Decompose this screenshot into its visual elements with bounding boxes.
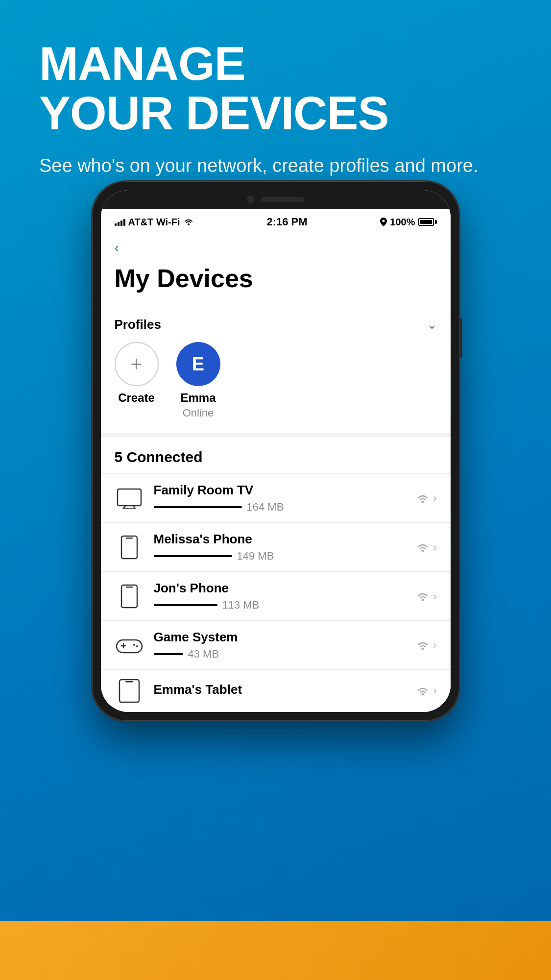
app-content: ‹ My Devices Profiles ⌄ + Create (101, 232, 451, 712)
wifi-icon (416, 542, 429, 552)
status-time: 2:16 PM (266, 216, 307, 228)
chevron-up-icon[interactable]: ⌄ (427, 318, 437, 332)
carrier-label: AT&T Wi-Fi (128, 217, 180, 228)
connected-label: 5 Connected (115, 449, 203, 465)
device-emmas-tablet[interactable]: Emma's Tablet › (101, 669, 451, 712)
family-room-tv-info: Family Room TV 164 MB (154, 483, 407, 514)
main-title: MANAGE YOUR DEVICES (39, 39, 512, 138)
melissas-phone-bar (154, 555, 232, 557)
profiles-label: Profiles (115, 317, 161, 332)
game-system-bar (154, 653, 183, 655)
svg-rect-11 (126, 587, 133, 588)
header-area: MANAGE YOUR DEVICES See who's on your ne… (0, 0, 551, 198)
chevron-right-icon: › (433, 639, 436, 652)
tv-icon (115, 486, 144, 511)
chevron-right-icon: › (433, 685, 436, 697)
back-button[interactable]: ‹ (101, 232, 451, 260)
svg-rect-20 (125, 681, 133, 683)
connected-section: 5 Connected (101, 437, 451, 712)
emmas-tablet-right: › (416, 685, 436, 697)
gamepad-icon (115, 633, 144, 658)
device-family-room-tv[interactable]: Family Room TV 164 MB (101, 473, 451, 522)
chevron-right-icon: › (433, 541, 436, 554)
svg-point-21 (422, 693, 424, 696)
chevron-right-icon: › (433, 492, 436, 505)
device-jons-phone[interactable]: Jon's Phone 113 MB (101, 571, 451, 620)
emmas-tablet-info: Emma's Tablet (154, 682, 407, 700)
speaker (261, 197, 305, 202)
family-room-tv-name: Family Room TV (154, 483, 407, 498)
svg-rect-19 (120, 680, 139, 702)
jons-phone-bar (154, 604, 217, 606)
melissas-phone-right: › (416, 541, 436, 554)
battery-percent: 100% (390, 217, 415, 228)
game-system-info: Game System 43 MB (154, 630, 407, 661)
game-system-mb: 43 MB (188, 648, 219, 661)
battery-icon (418, 218, 437, 226)
tablet-icon (115, 679, 144, 703)
phone-icon (115, 535, 144, 560)
create-label: Create (118, 391, 155, 405)
wifi-icon (416, 493, 429, 503)
status-right: 100% (380, 217, 436, 228)
create-profile-button[interactable]: + Create (115, 342, 159, 405)
profiles-header: Profiles ⌄ (101, 305, 451, 342)
game-system-right: › (416, 639, 436, 652)
phone-icon (115, 584, 144, 609)
family-room-tv-mb: 164 MB (247, 501, 284, 514)
profiles-section: Profiles ⌄ + Create E Emma Online (101, 305, 451, 437)
profile-emma[interactable]: E Emma Online (176, 342, 220, 419)
create-avatar: + (115, 342, 159, 386)
svg-rect-2 (118, 489, 141, 506)
family-room-tv-right: › (416, 492, 436, 505)
svg-point-6 (422, 500, 424, 503)
svg-point-9 (422, 549, 424, 552)
jons-phone-mb: 113 MB (222, 599, 260, 612)
svg-point-0 (188, 223, 190, 225)
svg-rect-8 (126, 538, 133, 539)
subtitle: See who's on your network, create profil… (39, 153, 512, 179)
melissas-phone-name: Melissa's Phone (154, 532, 407, 547)
side-button (459, 318, 462, 358)
melissas-phone-mb: 149 MB (237, 550, 274, 563)
signal-bars-icon (115, 218, 125, 226)
device-game-system[interactable]: Game System 43 MB (101, 620, 451, 669)
emmas-tablet-name: Emma's Tablet (154, 682, 407, 697)
wifi-icon (416, 686, 429, 696)
profiles-list: + Create E Emma Online (101, 342, 451, 433)
chevron-right-icon: › (433, 590, 436, 603)
svg-point-17 (136, 645, 138, 647)
emma-name: Emma (180, 391, 216, 405)
page-title: My Devices (115, 264, 437, 293)
orange-bar (0, 921, 551, 980)
device-melissas-phone[interactable]: Melissa's Phone 149 MB (101, 522, 451, 571)
jons-phone-name: Jon's Phone (154, 581, 407, 596)
melissas-phone-info: Melissa's Phone 149 MB (154, 532, 407, 563)
svg-point-1 (383, 220, 385, 222)
jons-phone-info: Jon's Phone 113 MB (154, 581, 407, 612)
location-icon (380, 218, 387, 226)
svg-rect-7 (121, 536, 137, 559)
wifi-status-icon (183, 218, 194, 226)
connected-header: 5 Connected (101, 437, 451, 473)
status-bar: AT&T Wi-Fi 2:16 PM 100% (101, 209, 451, 232)
svg-point-16 (133, 644, 135, 646)
front-camera (247, 196, 254, 203)
page-title-area: My Devices (101, 260, 451, 305)
status-left: AT&T Wi-Fi (115, 217, 194, 228)
svg-rect-13 (117, 640, 142, 653)
phone-screen: AT&T Wi-Fi 2:16 PM 100% (101, 190, 451, 712)
family-room-tv-bar (154, 506, 242, 508)
svg-point-18 (422, 647, 424, 650)
phone-hardware-top (101, 190, 451, 209)
device-list: Family Room TV 164 MB (101, 473, 451, 712)
svg-point-12 (422, 598, 424, 601)
svg-rect-10 (121, 585, 137, 608)
game-system-name: Game System (154, 630, 407, 645)
phone-mockup: AT&T Wi-Fi 2:16 PM 100% (92, 181, 459, 721)
emma-avatar: E (176, 342, 220, 386)
emma-status: Online (183, 407, 214, 419)
wifi-icon (416, 591, 429, 601)
jons-phone-right: › (416, 590, 436, 603)
wifi-icon (416, 640, 429, 650)
